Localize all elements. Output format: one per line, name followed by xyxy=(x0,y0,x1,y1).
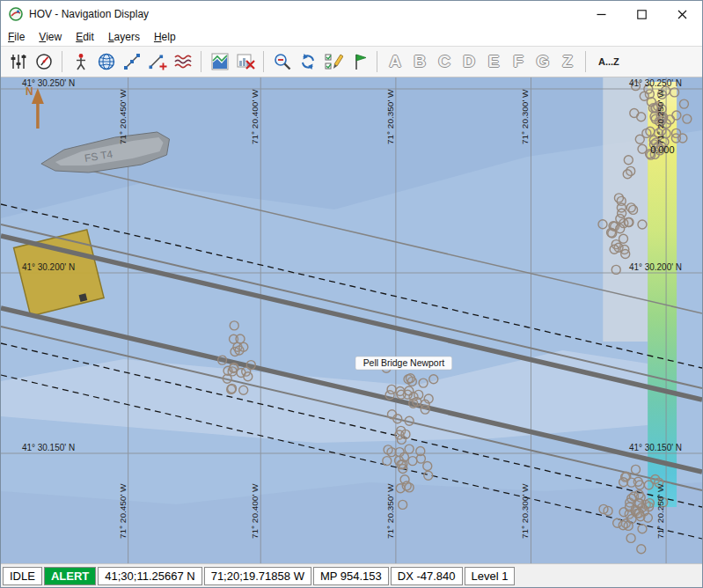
contact-circle[interactable] xyxy=(405,445,414,453)
contact-circle[interactable] xyxy=(624,156,633,165)
contact-circle[interactable] xyxy=(423,462,432,471)
contact-circle[interactable] xyxy=(228,384,237,393)
contact-circle[interactable] xyxy=(679,99,688,108)
contact-circle[interactable] xyxy=(598,220,607,229)
contact-circle[interactable] xyxy=(401,430,410,438)
contact-circle[interactable] xyxy=(683,114,692,123)
contact-circle[interactable] xyxy=(384,445,392,454)
contact-circle[interactable] xyxy=(230,321,238,330)
contact-circle[interactable] xyxy=(616,224,625,233)
contact-circle[interactable] xyxy=(424,471,433,480)
contact-circle[interactable] xyxy=(626,203,635,212)
contact-circle[interactable] xyxy=(618,209,626,217)
contact-circle[interactable] xyxy=(218,356,227,364)
contact-circle[interactable] xyxy=(644,481,653,489)
contact-circle[interactable] xyxy=(619,521,627,530)
contact-circle[interactable] xyxy=(632,465,641,474)
currents-button[interactable] xyxy=(171,49,194,74)
menu-view[interactable]: View xyxy=(32,29,69,45)
contact-circle[interactable] xyxy=(413,397,421,406)
contact-circle[interactable] xyxy=(228,367,237,376)
contact-circle[interactable] xyxy=(623,170,632,179)
contact-circle[interactable] xyxy=(397,460,406,469)
contact-circle[interactable] xyxy=(236,334,245,343)
menu-help[interactable]: Help xyxy=(147,29,183,45)
contact-circle[interactable] xyxy=(614,194,623,202)
contact-circle[interactable] xyxy=(619,234,628,243)
polyline-button[interactable] xyxy=(120,49,143,74)
letter-button-a[interactable]: A xyxy=(384,49,406,74)
contact-circle[interactable] xyxy=(246,361,255,370)
contact-circle[interactable] xyxy=(621,250,630,259)
letter-button-z[interactable]: Z xyxy=(556,49,579,74)
contact-circle[interactable] xyxy=(419,379,428,387)
title-bar[interactable]: HOV - Navigation Display xyxy=(1,1,702,27)
zoom-out-button[interactable] xyxy=(270,49,294,74)
contact-circle[interactable] xyxy=(645,499,654,508)
contact-circle[interactable] xyxy=(636,512,645,521)
menu-edit[interactable]: Edit xyxy=(69,29,101,45)
contact-circle[interactable] xyxy=(405,386,414,395)
contact-circle[interactable] xyxy=(626,503,634,511)
letter-range-button[interactable]: A...Z xyxy=(592,49,626,74)
contact-circle[interactable] xyxy=(610,245,619,254)
contact-circle[interactable] xyxy=(402,481,411,490)
contact-circle[interactable] xyxy=(239,386,248,394)
letter-button-e[interactable]: E xyxy=(482,49,505,74)
contact-circle[interactable] xyxy=(646,127,655,136)
refresh-button[interactable] xyxy=(296,49,319,74)
area-chart-button[interactable] xyxy=(208,49,231,74)
edit-checklist-button[interactable] xyxy=(321,49,345,74)
contact-circle[interactable] xyxy=(638,144,647,153)
contact-circle[interactable] xyxy=(627,478,636,487)
flag-button[interactable] xyxy=(347,49,370,74)
contact-circle[interactable] xyxy=(387,410,396,419)
letter-button-d[interactable]: D xyxy=(458,49,480,74)
contact-circle[interactable] xyxy=(647,98,655,107)
contact-circle[interactable] xyxy=(637,113,646,121)
globe-button[interactable] xyxy=(94,49,118,74)
contact-circle[interactable] xyxy=(383,457,392,466)
contact-circle[interactable] xyxy=(408,457,417,466)
contact-circle[interactable] xyxy=(637,545,646,554)
map-area[interactable]: FS T4 N 41° 30.250' N 41° 30.250' N 41° … xyxy=(1,77,702,563)
contact-circle[interactable] xyxy=(634,490,643,499)
contact-circle[interactable] xyxy=(416,447,425,456)
contact-circle[interactable] xyxy=(624,218,633,227)
nav-chart[interactable]: FS T4 N 41° 30.250' N 41° 30.250' N 41° … xyxy=(1,77,702,563)
contact-circle[interactable] xyxy=(405,416,414,425)
chart-delete-button[interactable] xyxy=(233,49,257,74)
compass-button[interactable] xyxy=(32,49,55,74)
letter-button-g[interactable]: G xyxy=(531,49,554,74)
contact-circle[interactable] xyxy=(670,88,679,97)
contact-circle[interactable] xyxy=(626,533,635,542)
contact-circle[interactable] xyxy=(399,500,407,509)
menu-layers[interactable]: Layers xyxy=(101,29,147,45)
contact-circle[interactable] xyxy=(638,220,647,229)
contact-circle[interactable] xyxy=(599,504,608,513)
contact-circle[interactable] xyxy=(239,342,248,351)
filters-icon xyxy=(9,52,28,71)
contact-circle[interactable] xyxy=(611,265,620,274)
contact-circle[interactable] xyxy=(635,135,644,143)
letter-button-f[interactable]: F xyxy=(507,49,530,74)
filters-button[interactable] xyxy=(6,49,30,74)
letter-button-c[interactable]: C xyxy=(433,49,456,74)
contact-circle[interactable] xyxy=(638,525,647,533)
polyline-add-button[interactable] xyxy=(145,49,169,74)
maximize-button[interactable] xyxy=(621,1,662,27)
contact-circle[interactable] xyxy=(406,374,414,383)
contact-circle[interactable] xyxy=(387,385,396,393)
contact-circle[interactable] xyxy=(635,499,644,508)
contact-circle[interactable] xyxy=(421,400,429,408)
contact-circle[interactable] xyxy=(672,111,681,120)
letter-button-b[interactable]: B xyxy=(408,49,431,74)
close-button[interactable] xyxy=(662,1,702,27)
contact-circle[interactable] xyxy=(608,229,617,238)
contact-circle[interactable] xyxy=(671,134,680,143)
person-marker-button[interactable] xyxy=(69,49,92,74)
menu-file[interactable]: File xyxy=(1,29,32,45)
contact-circle[interactable] xyxy=(429,375,438,384)
minimize-button[interactable] xyxy=(581,1,621,27)
contact-circle[interactable] xyxy=(244,372,253,381)
